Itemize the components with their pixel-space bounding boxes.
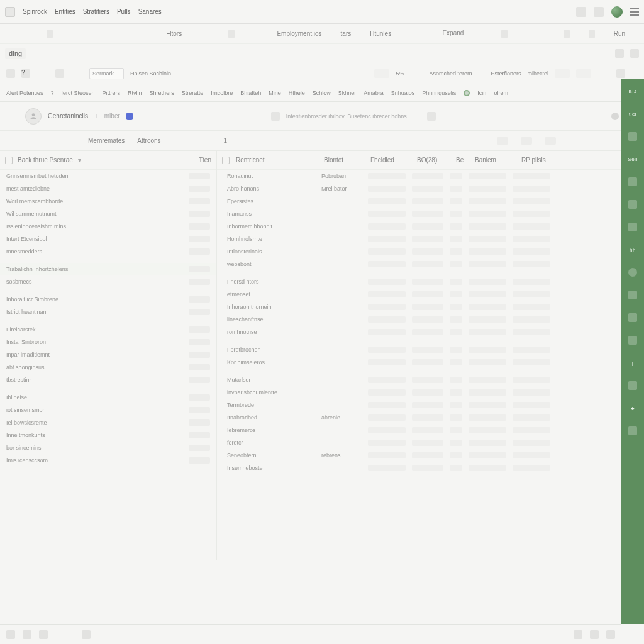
search-input[interactable]: Sermark xyxy=(89,68,124,79)
rail-item-5[interactable] xyxy=(627,199,638,210)
gear-icon[interactable] xyxy=(611,113,619,120)
menu-entities[interactable]: Entities xyxy=(55,8,75,15)
rail-item-1[interactable]: tiel xyxy=(627,108,638,119)
table-row[interactable]: Inamanss xyxy=(217,208,644,220)
pill-6[interactable]: Streratte xyxy=(182,90,204,96)
list-item[interactable]: Grinsemnsmbet hetoden xyxy=(0,170,216,182)
pill-5[interactable]: Shrethers xyxy=(150,90,174,96)
table-row[interactable]: websbont xyxy=(217,258,644,270)
pill-15[interactable]: Phrinnquselis xyxy=(422,90,456,96)
rail-item-3[interactable]: Sell xyxy=(627,153,638,165)
menu-stratifiers[interactable]: Stratifiers xyxy=(83,8,109,15)
subtab-0[interactable]: Memremates xyxy=(88,137,125,144)
table-row[interactable]: Iebremeros xyxy=(217,424,644,436)
btm-icon-6[interactable] xyxy=(590,630,599,639)
list-item[interactable]: Imis icensccsom xyxy=(0,454,216,467)
table-row[interactable]: Seneobternrebrens xyxy=(217,449,644,462)
list-item[interactable]: bor sincemins xyxy=(0,441,216,454)
list-item[interactable]: Issieninocensishm mins xyxy=(0,220,216,233)
rail-item-0[interactable]: BIJ xyxy=(627,86,638,97)
checkbox-table[interactable] xyxy=(222,157,230,164)
th-0[interactable]: Rentricnet xyxy=(236,157,318,164)
pill-2[interactable]: ferct Steosen xyxy=(62,90,95,96)
table-row[interactable]: Itnabraribedabrenie xyxy=(217,411,644,424)
table-row[interactable]: Termbrede xyxy=(217,399,644,411)
notification-icon[interactable] xyxy=(576,7,586,17)
ribbon-filters[interactable]: Fltors xyxy=(166,30,182,37)
table-row[interactable]: Mutarlser xyxy=(217,374,644,386)
btm-icon-7[interactable] xyxy=(606,630,615,639)
pill-4[interactable]: Rtvlin xyxy=(128,90,142,96)
table-row[interactable]: invbarisbchumientte xyxy=(217,386,644,399)
th-1[interactable]: Biontot xyxy=(324,157,364,164)
list-item[interactable]: Trabalichn Inhortzheleris xyxy=(0,263,216,275)
link-icon[interactable] xyxy=(55,69,64,78)
rail-item-12[interactable]: | xyxy=(627,357,638,369)
card-icon[interactable] xyxy=(271,112,280,121)
rail-item-4[interactable] xyxy=(627,176,638,187)
rail-item-9[interactable] xyxy=(627,289,638,301)
subtab-1[interactable]: Attroons xyxy=(137,137,160,144)
list-item[interactable]: Inne tmonkunts xyxy=(0,429,216,441)
list-item[interactable]: Iel bowsicsrente xyxy=(0,416,216,429)
rail-item-7[interactable]: hh xyxy=(627,244,638,255)
list-item[interactable]: mnesmedders xyxy=(0,245,216,258)
rail-item-10[interactable] xyxy=(627,312,638,323)
close-icon[interactable] xyxy=(427,112,436,121)
list-item[interactable]: Wil sammemutnumt xyxy=(0,208,216,220)
th-5[interactable]: Banlem xyxy=(475,157,515,164)
menu-pulls[interactable]: Pulls xyxy=(117,8,131,15)
help-icon[interactable]: ? xyxy=(21,69,30,78)
list-item[interactable]: Iblineise xyxy=(0,391,216,404)
pill-17[interactable]: olrem xyxy=(494,90,508,96)
blue-chip-icon[interactable] xyxy=(126,113,133,120)
table-row[interactable]: Inbormemihbonnit xyxy=(217,220,644,233)
th-6[interactable]: RP pilsis xyxy=(521,157,562,164)
btm-icon-1[interactable] xyxy=(6,630,15,639)
rail-item-11[interactable] xyxy=(627,335,638,346)
rail-item-13[interactable] xyxy=(627,380,638,391)
table-row[interactable]: foretcr xyxy=(217,436,644,449)
pill-11[interactable]: Schlow xyxy=(313,90,331,96)
user-avatar[interactable] xyxy=(611,6,623,18)
btm-icon-2[interactable] xyxy=(23,630,31,639)
table-row[interactable]: Foretbrochen xyxy=(217,343,644,356)
mini-3[interactable] xyxy=(545,137,556,145)
funnel-icon[interactable] xyxy=(6,69,15,78)
th-2[interactable]: Fhcidled xyxy=(370,157,411,164)
list-item[interactable]: iot sinsemsmon xyxy=(0,404,216,416)
th-3[interactable]: BO(28) xyxy=(417,157,450,164)
pill-3[interactable]: Pittrers xyxy=(103,90,121,96)
list-item[interactable]: sosbmecs xyxy=(0,275,216,288)
ribbon-run[interactable]: Run xyxy=(614,30,625,37)
refresh-icon[interactable] xyxy=(501,30,508,38)
pill-7[interactable]: Irncolbre xyxy=(211,90,233,96)
table-row[interactable]: Epersistes xyxy=(217,195,644,208)
menu-icon[interactable] xyxy=(630,8,639,16)
btm-icon-4[interactable] xyxy=(82,630,91,639)
pill-8[interactable]: Bhiafteh xyxy=(240,90,261,96)
table-row[interactable]: lineschanftnse xyxy=(217,313,644,326)
btm-icon-5[interactable] xyxy=(574,630,582,639)
list-item[interactable]: Inhoralt icr Simbrene xyxy=(0,293,216,306)
doc-icon[interactable] xyxy=(615,49,624,58)
ribbon-htunles[interactable]: Htunles xyxy=(370,30,391,37)
list-item[interactable]: Instal Sinbroron xyxy=(0,336,216,348)
mini-1[interactable] xyxy=(497,137,508,145)
rail-item-15[interactable] xyxy=(627,425,638,436)
pill-9[interactable]: Mine xyxy=(269,90,281,96)
search-icon[interactable] xyxy=(616,69,625,78)
pill-0[interactable]: Alert Potenties xyxy=(6,90,43,96)
table-row[interactable]: Fnersd ntors xyxy=(217,275,644,288)
table-row[interactable]: Kor himseleros xyxy=(217,356,644,369)
pill-12[interactable]: Skhner xyxy=(338,90,357,96)
table-row[interactable]: Homhnolsrnte xyxy=(217,233,644,245)
table-row[interactable]: Intlonsterinais xyxy=(217,245,644,258)
play-icon[interactable] xyxy=(589,30,595,38)
rail-shield-icon[interactable] xyxy=(627,267,638,278)
rail-item-2[interactable] xyxy=(627,131,638,142)
left-header-col[interactable]: Tten xyxy=(199,157,211,164)
ribbon-employment[interactable]: Employment.ios xyxy=(277,30,321,37)
rail-item-6[interactable] xyxy=(627,221,638,233)
pill-13[interactable]: Amabra xyxy=(364,90,384,96)
